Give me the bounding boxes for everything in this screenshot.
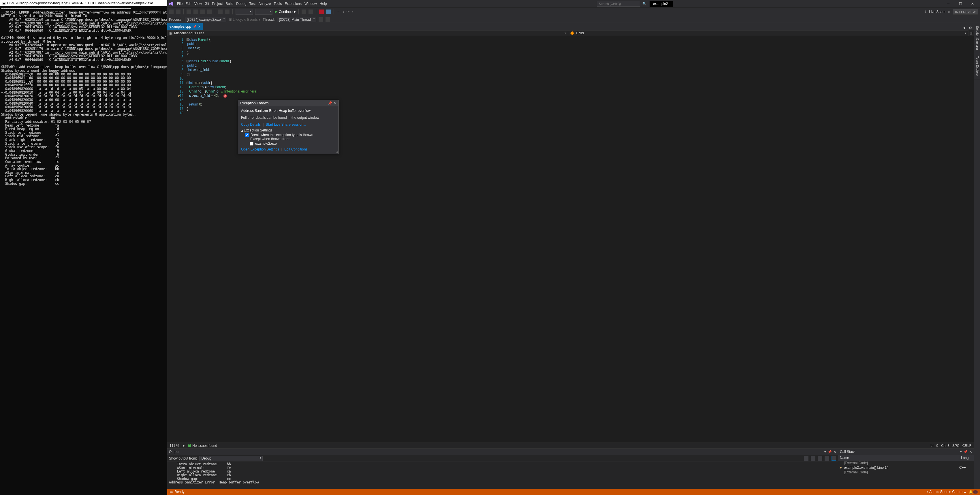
menu-project[interactable]: Project [212,2,223,6]
scope-dropdown[interactable]: ▦ Miscellaneous Files [167,30,568,36]
break-when-thrown-checkbox[interactable] [245,133,249,137]
open-exception-settings-link[interactable]: Open Exception Settings [241,147,279,151]
menu-debug[interactable]: Debug [236,2,246,6]
debug-icon-2[interactable] [309,10,313,14]
output-icon-4[interactable] [825,456,829,461]
pin-icon[interactable]: 📌 [193,25,196,28]
console-output[interactable]: ========================================… [0,6,167,495]
menu-tools[interactable]: Tools [274,2,282,6]
open-icon[interactable] [194,10,198,14]
step-out-icon[interactable]: ↑ [352,10,353,14]
maximize-button[interactable]: ☐ [955,0,966,7]
zoom-level[interactable]: 111 % [170,444,179,448]
step-next-icon[interactable]: → [337,10,340,14]
step-into-icon[interactable]: ↓ [342,10,344,14]
process-dropdown[interactable]: [30724] example2.exe [185,17,226,22]
except-item-checkbox[interactable] [250,142,253,146]
restart-button[interactable] [326,10,331,14]
output-icon-3[interactable] [818,456,822,461]
live-share-icon[interactable]: ⇪ [924,10,927,14]
code-editor[interactable]: 123456789101112131415161718 ⊟class Paren… [167,36,974,442]
menu-extensions[interactable]: Extensions [285,2,302,6]
current-statement-arrow-icon: ➤ [178,94,180,98]
stack-frame-icon[interactable] [326,17,330,22]
settings-gear-icon[interactable]: ⚙ [967,26,974,30]
callstack-row[interactable]: ➤example2.exe!main() Line 14C++ [838,465,974,470]
col-indicator: Ch: 3 [941,444,950,448]
console-title-text: C:\MSDN\cpp-docs-pr\docs\c-language\ASAN… [7,1,153,5]
popup-close-icon[interactable]: ✕ [334,101,337,105]
start-liveshare-link[interactable]: Start Live Share session... [266,123,306,127]
feedback-icon[interactable]: ☺ [947,10,951,14]
callstack-close-icon[interactable]: ✕ [969,450,972,454]
lifecycle-button[interactable]: ▣ Lifecycle Events ▾ [229,18,260,22]
menu-test[interactable]: Test [250,2,256,6]
search-icon[interactable]: 🔍 [643,2,647,6]
flag-icon[interactable] [318,17,323,22]
popup-pin-icon[interactable]: 📌 [328,101,332,105]
config-dropdown[interactable] [235,9,253,15]
output-wordwrap-icon[interactable] [832,456,836,461]
menu-git[interactable]: Git [205,2,209,6]
document-tabs: example2.cpp 📌 × ▾ ⚙ [167,23,974,30]
callstack-col-name[interactable]: Name [838,456,959,460]
callstack-row[interactable]: [External Code] [838,461,974,465]
split-editor-icon[interactable]: ⊞ [969,31,974,35]
back-icon[interactable] [169,10,173,14]
save-icon[interactable] [200,10,205,14]
thread-dropdown[interactable]: [30728] Main Thread [277,17,317,22]
status-bar: ▭Ready ↑ Add to Source Control ▴ 🔔2 [167,489,980,495]
output-icon-2[interactable] [811,456,815,461]
menu-file[interactable]: File [177,2,183,6]
undo-icon[interactable] [218,10,223,14]
close-window-button[interactable]: ✕ [967,0,978,7]
copy-details-link[interactable]: Copy Details [241,123,261,127]
step-over-icon[interactable]: ↷ [347,10,350,14]
doc-dropdown-icon[interactable]: ▾ [962,26,967,30]
output-dropdown-icon[interactable]: ▾ [824,450,826,454]
menu-build[interactable]: Build [226,2,234,6]
menu-help[interactable]: Help [320,2,327,6]
redo-icon[interactable] [225,10,229,14]
platform-dropdown[interactable] [255,9,272,15]
menu-view[interactable]: View [194,2,202,6]
callstack-dropdown-icon[interactable]: ▾ [960,450,962,454]
callstack-col-lang[interactable]: Lang [959,456,974,460]
callstack-pin-icon[interactable]: 📌 [964,450,967,454]
member-dropdown[interactable]: 🔶 Child [568,30,969,36]
menu-window[interactable]: Window [304,2,317,6]
document-tab-active[interactable]: example2.cpp 📌 × [167,23,203,30]
class-icon: 🔶 [570,31,574,35]
output-text[interactable]: Intra object redzone: bb ASan internal: … [167,462,838,489]
debug-icon[interactable] [302,10,306,14]
notifications-button[interactable]: 🔔2 [969,490,978,494]
navigation-bar: ▦ Miscellaneous Files 🔶 Child ⊞ [167,30,974,36]
continue-button[interactable]: Continue ▾ [275,10,296,14]
forward-icon[interactable] [176,10,180,14]
close-tab-icon[interactable]: × [198,24,200,29]
edit-conditions-link[interactable]: Edit Conditions [284,147,308,151]
menu-analyze[interactable]: Analyze [259,2,271,6]
callstack-row[interactable]: [External Code] [838,470,974,474]
save-all-icon[interactable] [207,10,212,14]
new-icon[interactable] [186,10,191,14]
resize-grip-icon[interactable]: ◢ [336,151,338,153]
output-pin-icon[interactable]: 📌 [828,450,832,454]
output-pane-title: Output [169,450,822,454]
live-share-button[interactable]: Live Share [929,10,945,14]
title-bar: FileEditViewGitProjectBuildDebugTestAnal… [167,0,980,8]
callstack-title: Call Stack [840,450,958,454]
output-icon-1[interactable] [804,456,808,461]
search-input[interactable] [597,1,640,6]
minimize-button[interactable]: ─ [942,0,954,7]
output-close-icon[interactable]: ✕ [834,450,836,454]
stop-button[interactable] [319,10,324,14]
add-source-control-button[interactable]: ↑ Add to Source Control ▴ [927,490,966,494]
int-preview-button[interactable]: INT PREVIEW [953,9,978,15]
side-tab-team-explorer[interactable]: Team Explorer [974,53,980,80]
error-badge-icon[interactable] [223,94,227,98]
exception-settings-header[interactable]: Exception Settings [241,128,336,132]
menu-edit[interactable]: Edit [185,2,191,6]
output-source-dropdown[interactable]: Debug [199,456,262,461]
side-tab-solution-explorer[interactable]: Solution Explorer [974,23,980,53]
